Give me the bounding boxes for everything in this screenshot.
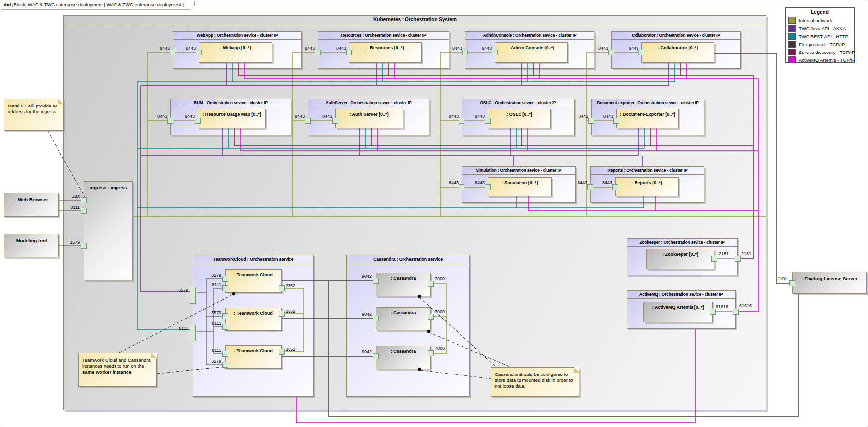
port-collaborator-inner[interactable] [638, 50, 644, 55]
port-ingress-8111[interactable] [81, 208, 87, 214]
port-label-collaborator-outer: 8443 [598, 46, 608, 51]
port-zookeeper-outer[interactable] [735, 256, 741, 262]
connector-ol[interactable] [440, 53, 465, 217]
port-oslc-inner[interactable] [485, 118, 491, 124]
port-label-cassandra2-left: 9042 [362, 312, 372, 317]
connector-mg[interactable] [244, 79, 758, 312]
legend-item: ActiveMQ Artemis - TCP/IP [788, 56, 852, 64]
port-label-ingress-0: 443 [72, 194, 80, 200]
connector-ol[interactable] [282, 288, 304, 352]
port-label-cassandra3-right: 7000 [435, 346, 445, 351]
port-cassandra2-7000[interactable] [428, 314, 434, 320]
legend-item: Internal network [788, 16, 852, 24]
port-cassandra1-7000[interactable] [428, 281, 434, 287]
port-label-oslc-inner: 8443 [475, 114, 485, 119]
port-adminconsole-outer[interactable] [462, 50, 468, 55]
note-anchor-line [420, 370, 491, 379]
port-activemq-inner[interactable] [710, 309, 716, 315]
legend-title: Legend [788, 9, 852, 15]
legend-item-label: TWC REST API - HTTP [799, 34, 848, 39]
port-label-cassandra1-left: 9042 [362, 274, 372, 279]
port-tc1-left-0[interactable] [222, 276, 228, 282]
port-tc3-left-1[interactable] [222, 362, 228, 368]
port-label-oslc-outer: 8443 [449, 114, 459, 119]
port-authserver-outer[interactable] [305, 118, 311, 124]
port-label-teamworkcloud-outer-0: 3579 [178, 288, 188, 293]
port-label-activemq-outer: 61616 [739, 303, 752, 309]
port-label-cassandra1-right: 7000 [435, 276, 445, 282]
port-zookeeper-inner[interactable] [711, 256, 717, 262]
port-reports-outer[interactable] [587, 184, 593, 190]
connector-ol[interactable] [586, 53, 611, 217]
legend-item: Flex protocol - TCP/IP [788, 40, 852, 48]
port-label-tc1-left-0: 3579 [211, 273, 221, 278]
legend-item: TWC REST API - HTTP [788, 32, 852, 40]
connector-ma[interactable] [238, 76, 753, 259]
port-tc2-left-0[interactable] [222, 313, 228, 319]
port-cassandra2-9042[interactable] [373, 316, 379, 321]
port-label-tc2-left-1: 8111 [212, 321, 221, 326]
port-cassandra3-9042[interactable] [373, 353, 379, 359]
connector-br[interactable] [714, 53, 789, 283]
note-cassandra-disk[interactable]: Cassandra should be configured to store … [491, 367, 579, 397]
port-cassandra3-7000[interactable] [428, 350, 434, 356]
port-cassandra1-9042[interactable] [373, 278, 379, 284]
port-license-1101[interactable] [789, 280, 795, 286]
port-label-license: 1101 [778, 276, 787, 282]
port-label-ingress-1: 8111 [70, 205, 80, 210]
port-tc2-left-1[interactable] [222, 324, 228, 330]
note-fold [574, 367, 579, 373]
legend-box[interactable]: LegendInternal networkTWC Java API - AKK… [785, 7, 855, 63]
connector-ol[interactable] [293, 53, 318, 217]
port-label-collaborator-inner: 8443 [629, 46, 638, 51]
port-label-webapp-outer: 8443 [160, 46, 170, 51]
port-authserver-inner[interactable] [332, 118, 338, 124]
legend-item-label: ActiveMQ Artemis - TCP/IP [799, 57, 855, 63]
port-oslc-outer[interactable] [459, 118, 464, 124]
port-adminconsole-inner[interactable] [492, 50, 498, 55]
note-anchor-line [157, 367, 225, 374]
port-rum-inner[interactable] [195, 118, 201, 124]
port-docexporter-outer[interactable] [588, 118, 594, 124]
legend-swatch-icon [788, 33, 796, 40]
port-label-tc3-left-0: 8111 [212, 348, 221, 353]
port-label-docexporter-inner: 8443 [603, 114, 613, 119]
note-worker-instance[interactable]: Teamwork Cloud and Cassandra instances n… [78, 353, 157, 387]
port-webapp-inner[interactable] [196, 50, 202, 55]
port-tc1-left-1[interactable] [222, 285, 228, 291]
port-tc2-right-0[interactable] [279, 311, 285, 317]
port-docexporter-inner[interactable] [613, 118, 619, 124]
port-label-tc3-right-0: 2552 [286, 347, 295, 352]
port-ingress-3579[interactable] [81, 243, 87, 249]
legend-item: Service discovery - TCP/IP [788, 48, 852, 56]
port-label-reports-outer: 8443 [578, 180, 587, 186]
note-metallb[interactable]: Metal LB will provide IP address for the… [4, 99, 63, 131]
port-resources-inner[interactable] [346, 50, 352, 55]
port-teamworkcloud-8111[interactable] [190, 325, 196, 341]
note-anchor-line [419, 297, 496, 367]
port-tc3-left-0[interactable] [222, 351, 228, 357]
legend-item-label: Flex protocol - TCP/IP [799, 42, 845, 47]
port-label-reports-inner: 8443 [602, 180, 612, 186]
port-resources-outer[interactable] [315, 50, 321, 55]
connector-ol[interactable] [148, 53, 170, 217]
port-activemq-outer[interactable] [733, 309, 739, 315]
port-ingress-443[interactable] [81, 197, 87, 203]
port-label-teamworkcloud-outer-1: 8111 [179, 326, 188, 331]
port-label-resources-inner: 8443 [336, 46, 346, 51]
port-rum-outer[interactable] [167, 118, 173, 124]
anchor-dot [418, 368, 421, 371]
port-reports-inner[interactable] [612, 184, 618, 190]
port-label-tc1-left-1: 8111 [212, 282, 221, 288]
port-collaborator-outer[interactable] [608, 50, 614, 55]
port-simulation-outer[interactable] [459, 184, 464, 190]
note-fold [151, 353, 157, 358]
port-tc3-right-0[interactable] [279, 349, 285, 355]
port-label-zookeeper-inner: 2181 [719, 251, 729, 257]
port-webapp-outer[interactable] [170, 50, 175, 55]
port-teamworkcloud-3579[interactable] [190, 287, 196, 304]
port-tc1-right-0[interactable] [279, 285, 285, 291]
port-simulation-inner[interactable] [485, 184, 491, 190]
port-label-authserver-outer: 8443 [295, 114, 305, 119]
legend-item-label: TWC Java API - AKKA [799, 26, 846, 31]
